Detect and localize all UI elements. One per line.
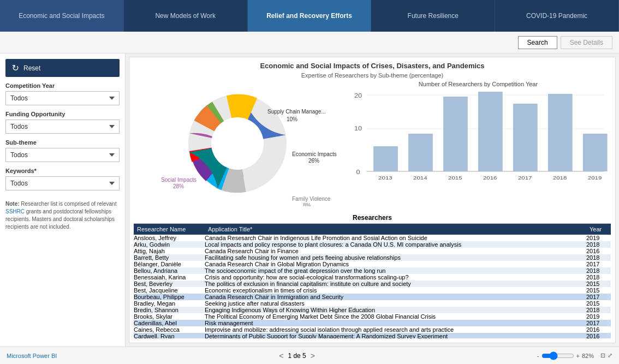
researcher-title: Canada Resesarch Chair in Indigenous Lif… (205, 235, 586, 241)
prev-page-button[interactable]: < (279, 351, 283, 360)
researcher-name: Best, Beverley (134, 281, 205, 287)
bar-2017 (513, 104, 538, 171)
reset-icon: ↺ (12, 63, 19, 73)
researcher-name: Benessaiah, Karina (134, 274, 205, 281)
see-details-button[interactable]: See Details (561, 36, 612, 49)
svg-text:26%: 26% (308, 158, 319, 164)
table-scroll[interactable]: Researcher Name Application Title* Year … (134, 224, 611, 338)
researcher-name: Cardwell, Ryan (134, 333, 205, 338)
svg-text:2018: 2018 (553, 175, 567, 181)
researcher-year: 2017 (586, 320, 611, 326)
researcher-year: 2015 (586, 300, 611, 307)
researcher-name: Bélanger, Danièle (134, 261, 205, 267)
svg-text:2015: 2015 (448, 175, 462, 181)
researchers-table: Researcher Name Application Title* Year … (134, 224, 611, 338)
svg-text:28%: 28% (173, 183, 184, 189)
researcher-year: 2018 (586, 274, 611, 281)
researcher-title: Economic exceptionalism in times of cris… (205, 287, 586, 294)
researcher-name: Bredin, Shannon (134, 307, 205, 313)
zoom-slider[interactable] (541, 351, 574, 360)
competition-year-select[interactable]: Todos (5, 91, 120, 105)
expand-icon[interactable]: ⤢ (608, 352, 612, 359)
sshrc-link[interactable]: SSHRC (5, 208, 25, 214)
pagination: < 1 de 5 > (279, 351, 315, 360)
table-row: Cardwell, RyanDeterminants of Public Sup… (134, 333, 611, 338)
svg-point-1 (211, 117, 264, 170)
competition-year-label: Competition Year (5, 82, 120, 89)
bottom-bar: Microsoft Power BI < 1 de 5 > - + 82% ⊡ … (0, 347, 619, 364)
researcher-title: Canada Research Chair in Finance (205, 248, 586, 254)
next-page-button[interactable]: > (311, 351, 315, 360)
table-row: Arku, GodwinLocal impacts and policy res… (134, 241, 611, 248)
researcher-title: The socioeconomic impact of the great de… (205, 267, 586, 274)
bar-chart-svg: 20 10 0 2013 (346, 89, 611, 193)
researcher-year: 2019 (586, 313, 611, 320)
zoom-in-button[interactable]: + (576, 353, 580, 359)
bar-chart-container: 20 10 0 2013 (346, 89, 611, 193)
table-row: Bradley, MeganSeeking justice after natu… (134, 300, 611, 307)
researcher-title: Local impacts and policy response to pla… (205, 241, 586, 248)
bar-2015 (443, 97, 468, 171)
nav-item-0[interactable]: Economic and Social Impacts (0, 0, 124, 32)
svg-text:8%: 8% (303, 202, 311, 206)
nav-item-1[interactable]: New Models of Work (124, 0, 248, 32)
researcher-name: Ansloos, Jeffrey (134, 235, 205, 241)
researcher-year: 2018 (586, 307, 611, 313)
col-title: Application Title* (205, 224, 586, 235)
funding-opportunity-filter: Funding Opportunity Todos (5, 111, 120, 134)
zoom-out-button[interactable]: - (537, 353, 539, 359)
search-button[interactable]: Search (518, 36, 557, 49)
fit-icon[interactable]: ⊡ (600, 352, 605, 359)
donut-label-social: Social Impacts (161, 177, 197, 183)
funding-opportunity-select[interactable]: Todos (5, 120, 120, 134)
charts-row: Supply Chain Manage... 10% Economic Impa… (134, 81, 611, 208)
svg-text:2014: 2014 (413, 175, 427, 181)
donut-chart-area: Supply Chain Manage... 10% Economic Impa… (134, 81, 341, 208)
nav-item-4[interactable]: COVID-19 Pandemic (495, 0, 619, 32)
svg-text:2019: 2019 (588, 175, 602, 181)
researcher-year: 2018 (586, 241, 611, 248)
page-indicator: 1 de 5 (288, 352, 306, 360)
keywords-filter: Keywords* Todos (5, 168, 120, 190)
nav-item-3[interactable]: Future Resilience (371, 0, 495, 32)
researchers-title: Researchers (134, 212, 611, 224)
bar-2014 (408, 134, 433, 171)
researcher-year: 2018 (586, 254, 611, 261)
researcher-title: Improvise and mobilize: addressing socia… (205, 326, 586, 333)
svg-text:0: 0 (356, 169, 360, 175)
power-bi-link[interactable]: Microsoft Power BI (7, 353, 57, 359)
reset-button[interactable]: ↺ Reset (5, 59, 120, 77)
table-row: Ansloos, JeffreyCanada Resesarch Chair i… (134, 235, 611, 241)
researcher-title: Canada Research Chair in Immigration and… (205, 294, 586, 300)
researcher-year: 2015 (586, 281, 611, 287)
researcher-title: The politics of exclusion in financial c… (205, 281, 586, 287)
researcher-title: The Political Economy of Emerging Market… (205, 313, 586, 320)
keywords-select[interactable]: Todos (5, 176, 120, 190)
table-row: Bélanger, DanièleCanada Research Chair i… (134, 261, 611, 267)
researcher-title: Seeking justice after natural disasters (205, 300, 586, 307)
researcher-name: Bellou, Andriana (134, 267, 205, 274)
table-row: Benessaiah, KarinaCrisis and opportunity… (134, 274, 611, 281)
sub-theme-select[interactable]: Todos (5, 148, 120, 162)
bar-chart-title: Number of Researchers by Competition Yea… (346, 81, 611, 87)
table-row: Caines, RebeccaImprovise and mobilize: a… (134, 326, 611, 333)
researcher-name: Bradley, Megan (134, 300, 205, 307)
table-row: Best, BeverleyThe politics of exclusion … (134, 281, 611, 287)
sidebar: ↺ Reset Competition Year Todos Funding O… (0, 53, 126, 347)
nav-item-2[interactable]: Relief and Recovery Efforts (248, 0, 372, 32)
zoom-controls: - + 82% ⊡ ⤢ (537, 351, 612, 360)
bar-2013 (373, 146, 398, 171)
col-year: Year (586, 224, 611, 235)
top-navigation: Economic and Social ImpactsNew Models of… (0, 0, 619, 32)
researchers-section: Researchers Researcher Name Application … (134, 212, 611, 338)
researcher-year: 2016 (586, 326, 611, 333)
researcher-title: Facilitating safe housing for women and … (205, 254, 586, 261)
researcher-name: Best, Jacqueline (134, 287, 205, 294)
competition-year-filter: Competition Year Todos (5, 82, 120, 105)
bar-2019 (583, 134, 608, 171)
sidebar-note: Note: Researcher list is comprised of re… (5, 200, 120, 231)
table-row: Bredin, ShannonEngaging Indigenous Ways … (134, 307, 611, 313)
researcher-name: Bourbeau, Philippe (134, 294, 205, 300)
chart-title-section: Economic and Social Impacts of Crises, D… (134, 62, 611, 79)
researcher-name: Brooks, Skylar (134, 313, 205, 320)
